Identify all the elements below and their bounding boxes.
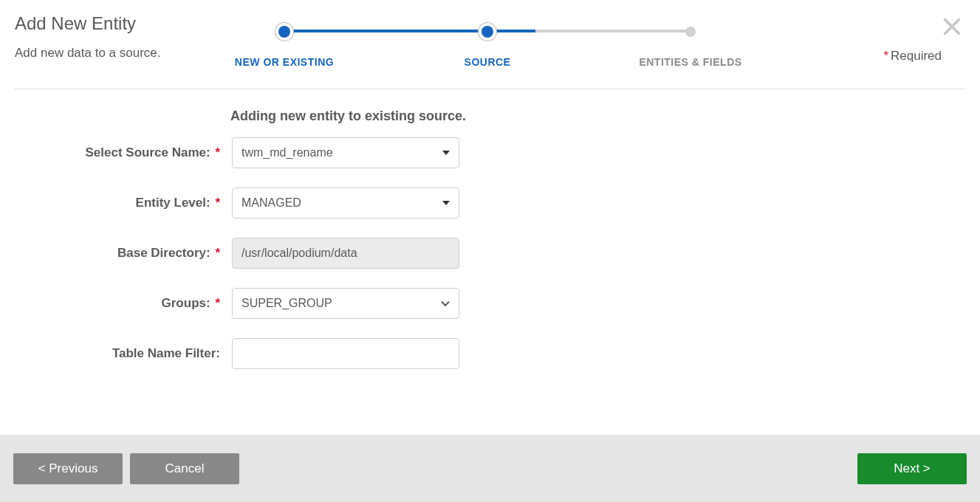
table-name-filter-text[interactable] [241,339,432,368]
select-value: MANAGED [241,196,301,210]
base-directory-label: Base Directory: * [0,246,222,261]
select-value: twm_md_rename [241,146,333,159]
next-button[interactable]: Next > [857,453,967,484]
groups-select[interactable]: SUPER_GROUP [232,288,459,319]
chevron-down-icon [441,298,449,306]
asterisk-icon: * [215,296,220,310]
entity-level-label: Entity Level: * [0,196,222,210]
form-section-heading: Adding new entity to existing source. [0,89,980,137]
step-label: NEW OR EXISTING [235,56,334,68]
close-button[interactable] [939,13,965,40]
close-icon [939,13,965,40]
step-label: ENTITIES & FIELDS [639,56,741,68]
step-entities-and-fields[interactable]: ENTITIES & FIELDS [643,21,739,68]
select-value: SUPER_GROUP [241,297,332,310]
step-dot-icon [685,27,696,37]
table-name-filter-label: Table Name Filter: [0,346,222,361]
asterisk-icon: * [215,196,220,210]
base-directory-field: /usr/local/podium/data [232,238,459,269]
source-name-select[interactable]: twm_md_rename [232,137,459,168]
previous-button[interactable]: < Previous [13,453,123,484]
source-name-label: Select Source Name: * [0,145,222,160]
page-title: Add New Entity [15,13,236,34]
asterisk-icon: * [883,49,888,63]
asterisk-icon: * [215,246,220,260]
page-subtitle: Add new data to a source. [15,46,236,61]
cancel-button[interactable]: Cancel [130,453,239,484]
wizard-footer: < Previous Cancel Next > [0,435,980,502]
chevron-down-icon [442,201,450,205]
step-dot-icon [482,26,493,38]
groups-label: Groups: * [0,296,222,311]
readonly-value: /usr/local/podium/data [241,247,357,260]
wizard-stepper: NEW OR EXISTING SOURCE ENTITIES & FIELDS [236,13,739,68]
chevron-down-icon [442,151,450,155]
step-dot-icon [278,26,290,38]
asterisk-icon: * [215,145,220,159]
entity-level-select[interactable]: MANAGED [232,188,459,219]
table-name-filter-input[interactable] [232,338,459,369]
required-note: *Required [883,49,942,63]
step-label: SOURCE [465,56,511,68]
step-source[interactable]: SOURCE [439,21,535,68]
step-new-or-existing[interactable]: NEW OR EXISTING [236,21,332,68]
